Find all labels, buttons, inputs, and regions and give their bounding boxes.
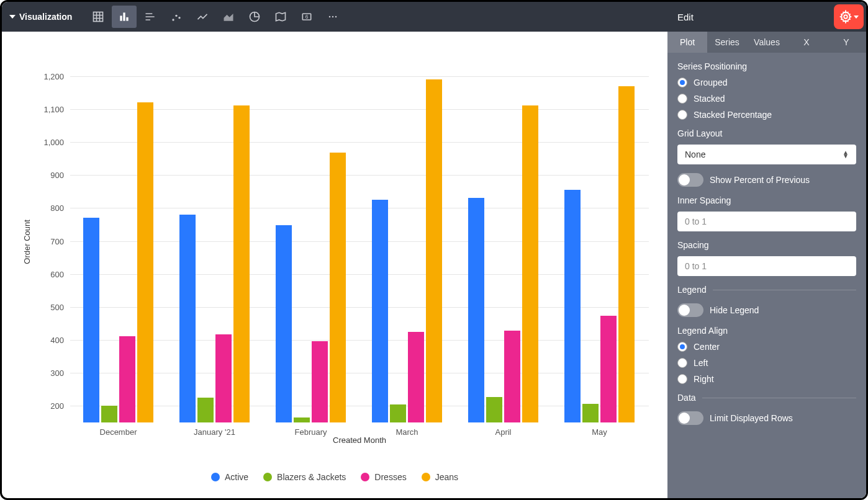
divider <box>702 398 856 398</box>
x-tick: April <box>495 422 511 437</box>
legend-align-center[interactable]: Center <box>677 342 856 352</box>
divider <box>713 290 856 290</box>
grid-layout-label: Grid Layout <box>677 128 856 138</box>
settings-gear-button[interactable] <box>834 4 864 29</box>
legend-align-right[interactable]: Right <box>677 374 856 384</box>
y-tick: 700 <box>50 236 70 246</box>
hide-legend-toggle[interactable] <box>677 303 703 317</box>
tab-x[interactable]: X <box>787 32 826 53</box>
gridline <box>70 175 649 176</box>
x-tick: May <box>592 422 607 437</box>
pie-chart-icon[interactable] <box>242 6 267 28</box>
single-value-icon[interactable]: 6 <box>294 6 319 28</box>
legend-item[interactable]: Blazers & Jackets <box>263 472 346 482</box>
gridline <box>70 109 649 110</box>
svg-rect-5 <box>120 16 122 20</box>
y-tick: 1,200 <box>43 71 70 81</box>
series-positioning-stacked[interactable]: Stacked <box>677 94 856 104</box>
bar[interactable] <box>276 225 292 422</box>
bar[interactable] <box>408 332 424 422</box>
bar[interactable] <box>582 404 599 422</box>
horizontal-bar-icon[interactable] <box>138 6 163 28</box>
table-icon[interactable] <box>86 6 111 28</box>
legend-item[interactable]: Dresses <box>361 472 406 482</box>
bar[interactable] <box>390 404 406 422</box>
plot: 2003004005006007008009001,0001,1001,200D… <box>70 60 649 422</box>
bar[interactable] <box>197 398 214 422</box>
bar[interactable] <box>618 86 635 422</box>
show-percent-toggle[interactable] <box>677 173 703 187</box>
spacing-label: Spacing <box>677 240 856 250</box>
gridline <box>70 208 649 208</box>
gridline <box>70 241 649 242</box>
legend-item[interactable]: Jeans <box>422 472 458 482</box>
svg-point-13 <box>179 17 181 19</box>
bar[interactable] <box>522 105 538 422</box>
tab-series[interactable]: Series <box>707 32 747 53</box>
area-chart-icon[interactable] <box>216 6 241 28</box>
data-section-label: Data <box>677 393 696 403</box>
svg-text:6: 6 <box>305 14 309 20</box>
bar[interactable] <box>504 331 520 422</box>
bar[interactable] <box>468 198 484 422</box>
x-tick: March <box>396 422 418 437</box>
bar[interactable] <box>600 316 617 422</box>
bar[interactable] <box>330 153 346 422</box>
limit-rows-label: Limit Displayed Rows <box>710 413 793 423</box>
bar[interactable] <box>486 397 502 422</box>
tab-plot[interactable]: Plot <box>667 32 707 53</box>
more-icon[interactable] <box>320 6 345 28</box>
legend-item[interactable]: Active <box>211 472 248 482</box>
bar[interactable] <box>101 406 117 422</box>
tabs: PlotSeriesValuesXY <box>667 32 866 53</box>
chart-area: Order Count 2003004005006007008009001,00… <box>2 32 667 498</box>
inner-spacing-input[interactable]: 0 to 1 <box>677 212 856 231</box>
bar-chart-icon[interactable] <box>112 6 137 28</box>
y-axis-label: Order Count <box>22 220 32 264</box>
gridline <box>70 373 649 373</box>
bar[interactable] <box>372 200 388 422</box>
bar[interactable] <box>83 218 99 422</box>
series-positioning-stacked-percentage[interactable]: Stacked Percentage <box>677 110 856 120</box>
y-tick: 1,100 <box>43 104 70 114</box>
grid-layout-select[interactable]: None ▲▼ <box>677 145 856 164</box>
spacing-input[interactable]: 0 to 1 <box>677 256 856 276</box>
caret-down-icon <box>854 16 859 19</box>
bar[interactable] <box>294 417 310 422</box>
tab-values[interactable]: Values <box>747 32 787 53</box>
bar[interactable] <box>137 102 153 422</box>
legend-align-label: Legend Align <box>677 326 856 336</box>
tab-y[interactable]: Y <box>826 32 866 53</box>
line-chart-icon[interactable] <box>190 6 215 28</box>
bar[interactable] <box>233 105 250 422</box>
bar[interactable] <box>215 334 232 422</box>
y-tick: 800 <box>50 203 70 213</box>
y-tick: 500 <box>50 302 70 311</box>
map-icon[interactable] <box>268 6 293 28</box>
bar[interactable] <box>312 341 328 422</box>
gridline <box>70 307 649 308</box>
bar[interactable] <box>179 215 196 422</box>
grid-layout-value: None <box>685 150 705 159</box>
y-tick: 1,000 <box>43 137 70 146</box>
scatter-icon[interactable] <box>164 6 189 28</box>
bar[interactable] <box>564 190 581 422</box>
show-percent-label: Show Percent of Previous <box>710 175 810 185</box>
y-tick: 400 <box>50 336 70 345</box>
bar[interactable] <box>119 336 135 422</box>
inner-spacing-label: Inner Spacing <box>677 195 856 205</box>
edit-sidebar: Edit PlotSeriesValuesXY Series Positioni… <box>667 2 866 498</box>
x-tick: January '21 <box>194 422 235 437</box>
gear-icon <box>839 10 852 24</box>
y-tick: 300 <box>50 368 70 378</box>
svg-point-18 <box>332 16 334 18</box>
limit-rows-toggle[interactable] <box>677 411 703 425</box>
visualization-toggle[interactable]: Visualization <box>9 12 84 22</box>
legend-section-label: Legend <box>677 285 707 295</box>
legend-align-left[interactable]: Left <box>677 358 856 368</box>
svg-point-11 <box>173 19 174 20</box>
series-positioning-grouped[interactable]: Grouped <box>677 78 856 87</box>
bar[interactable] <box>426 79 442 422</box>
x-axis-label: Created Month <box>70 435 649 445</box>
gridline <box>70 76 649 77</box>
